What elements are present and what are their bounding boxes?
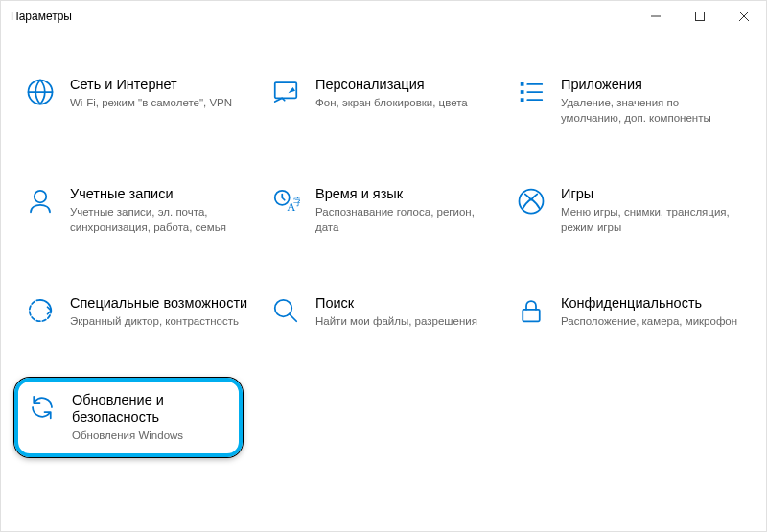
- tile-title: Приложения: [561, 76, 743, 93]
- accessibility-icon: [24, 294, 57, 327]
- settings-content: Сеть и Интернет Wi-Fi, режим "в самолете…: [1, 32, 766, 467]
- search-icon: [269, 294, 302, 327]
- tile-title: Время и язык: [315, 185, 498, 202]
- maximize-icon: [695, 12, 705, 21]
- svg-rect-20: [523, 310, 540, 322]
- tile-network-internet[interactable]: Сеть и Интернет Wi-Fi, режим "в самолете…: [20, 70, 256, 131]
- minimize-button[interactable]: [634, 1, 678, 32]
- tile-title: Обновление и безопасность: [72, 391, 231, 426]
- svg-rect-7: [521, 82, 524, 86]
- clock-language-icon: A字: [269, 185, 302, 218]
- svg-point-17: [520, 190, 544, 214]
- window-controls: [634, 1, 766, 31]
- svg-point-13: [35, 191, 47, 203]
- tile-accounts[interactable]: Учетные записи Учетные записи, эл. почта…: [20, 179, 256, 241]
- minimize-icon: [651, 12, 661, 21]
- globe-icon: [24, 76, 57, 108]
- tile-title: Персонализация: [315, 76, 498, 93]
- tile-privacy[interactable]: Конфиденциальность Расположение, камера,…: [511, 289, 747, 335]
- svg-rect-11: [521, 98, 524, 102]
- settings-grid: Сеть и Интернет Wi-Fi, режим "в самолете…: [20, 70, 747, 457]
- tile-desc: Удаление, значения по умолчанию, доп. ко…: [561, 96, 738, 126]
- lock-icon: [515, 294, 547, 327]
- tile-title: Учетные записи: [70, 185, 252, 202]
- tile-desc: Расположение, камера, микрофон: [561, 314, 738, 330]
- maximize-button[interactable]: [678, 1, 722, 32]
- tile-update-security[interactable]: Обновление и безопасность Обновления Win…: [14, 378, 243, 457]
- tile-desc: Найти мои файлы, разрешения: [315, 314, 493, 330]
- tile-gaming[interactable]: Игры Меню игры, снимки, трансляция, режи…: [511, 179, 747, 241]
- tile-desc: Распознавание голоса, регион, дата: [315, 205, 493, 235]
- window-titlebar: Параметры: [1, 1, 766, 32]
- tile-desc: Экранный диктор, контрастность: [70, 314, 247, 330]
- tile-desc: Обновления Windows: [72, 428, 231, 444]
- window-title: Параметры: [11, 10, 634, 23]
- tile-title: Поиск: [315, 294, 498, 312]
- sync-icon: [26, 391, 58, 424]
- close-icon: [739, 12, 749, 21]
- tile-title: Специальные возможности: [70, 294, 252, 312]
- tile-apps[interactable]: Приложения Удаление, значения по умолчан…: [511, 70, 747, 131]
- tile-desc: Меню игры, снимки, трансляция, режим игр…: [561, 205, 738, 235]
- tile-desc: Wi-Fi, режим "в самолете", VPN: [70, 96, 247, 111]
- tile-title: Игры: [561, 185, 743, 202]
- tile-personalization[interactable]: Персонализация Фон, экран блокировки, цв…: [266, 70, 501, 131]
- svg-rect-1: [696, 12, 705, 21]
- tile-title: Конфиденциальность: [561, 294, 743, 312]
- xbox-icon: [515, 185, 547, 218]
- svg-rect-9: [521, 90, 524, 94]
- paintbrush-icon: [269, 76, 302, 108]
- tile-title: Сеть и Интернет: [70, 76, 252, 93]
- tile-ease-of-access[interactable]: Специальные возможности Экранный диктор,…: [20, 289, 256, 335]
- close-button[interactable]: [722, 1, 766, 32]
- svg-line-19: [290, 314, 297, 322]
- svg-text:字: 字: [293, 197, 301, 207]
- tile-time-language[interactable]: A字 Время и язык Распознавание голоса, ре…: [266, 179, 501, 241]
- person-icon: [24, 185, 57, 218]
- tile-desc: Учетные записи, эл. почта, синхронизация…: [70, 205, 247, 235]
- list-icon: [515, 76, 547, 108]
- tile-desc: Фон, экран блокировки, цвета: [315, 96, 493, 111]
- tile-search[interactable]: Поиск Найти мои файлы, разрешения: [266, 289, 501, 335]
